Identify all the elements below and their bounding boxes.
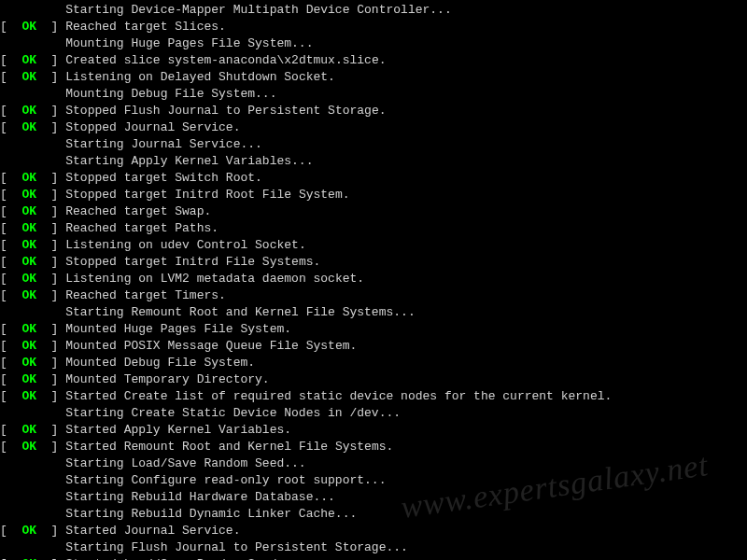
boot-line: Starting Load/Save Random Seed... <box>0 455 747 472</box>
boot-message: Started Journal Service. <box>65 523 240 539</box>
status-ok: OK <box>21 371 36 388</box>
boot-message: Starting Rebuild Hardware Database... <box>65 489 335 506</box>
boot-message: Reached target Slices. <box>65 19 226 35</box>
bracket-close: ] <box>36 187 65 203</box>
status-ok: OK <box>21 69 36 86</box>
status-ok: OK <box>21 103 36 119</box>
boot-message: Stopped target Initrd Root File System. <box>65 187 349 203</box>
status-ok: OK <box>21 237 36 254</box>
bracket-open: [ <box>0 271 21 287</box>
bracket-close: ] <box>36 556 65 560</box>
boot-line: [ OK ] Mounted Temporary Directory. <box>0 371 747 388</box>
bracket-close: ] <box>36 19 65 35</box>
boot-line: Starting Rebuild Dynamic Linker Cache... <box>0 506 747 523</box>
boot-message: Listening on udev Control Socket. <box>65 237 305 254</box>
status-ok: OK <box>21 187 36 203</box>
boot-message: Listening on LVM2 metadata daemon socket… <box>65 271 364 287</box>
boot-message: Starting Journal Service... <box>65 136 262 153</box>
bracket-close: ] <box>36 355 65 371</box>
indent <box>0 506 65 523</box>
bracket-open: [ <box>0 52 21 69</box>
indent <box>0 455 65 472</box>
boot-line: [ OK ] Reached target Paths. <box>0 220 747 237</box>
boot-line: [ OK ] Stopped Journal Service. <box>0 119 747 136</box>
bracket-open: [ <box>0 523 21 539</box>
boot-line: Starting Apply Kernel Variables... <box>0 153 747 170</box>
bracket-close: ] <box>36 422 65 439</box>
bracket-close: ] <box>36 119 65 136</box>
boot-line: [ OK ] Started Remount Root and Kernel F… <box>0 439 747 455</box>
boot-line: [ OK ] Listening on udev Control Socket. <box>0 237 747 254</box>
status-ok: OK <box>21 203 36 220</box>
indent <box>0 86 65 103</box>
boot-line: [ OK ] Stopped target Initrd Root File S… <box>0 187 747 203</box>
bracket-open: [ <box>0 355 21 371</box>
boot-line: Mounting Debug File System... <box>0 86 747 103</box>
boot-message: Starting Load/Save Random Seed... <box>65 455 305 472</box>
bracket-close: ] <box>36 271 65 287</box>
status-ok: OK <box>21 422 36 439</box>
bracket-close: ] <box>36 321 65 338</box>
bracket-open: [ <box>0 338 21 355</box>
indent <box>0 136 65 153</box>
bracket-close: ] <box>36 103 65 119</box>
indent <box>0 153 65 170</box>
boot-message: Stopped target Switch Root. <box>65 170 262 187</box>
boot-line: [ OK ] Listening on LVM2 metadata daemon… <box>0 271 747 287</box>
bracket-open: [ <box>0 422 21 439</box>
bracket-open: [ <box>0 388 21 405</box>
boot-message: Starting Device-Mapper Multipath Device … <box>65 2 451 19</box>
boot-line: [ OK ] Reached target Slices. <box>0 19 747 35</box>
bracket-open: [ <box>0 220 21 237</box>
bracket-open: [ <box>0 237 21 254</box>
boot-line: [ OK ] Started Create list of required s… <box>0 388 747 405</box>
status-ok: OK <box>21 439 36 455</box>
bracket-close: ] <box>36 439 65 455</box>
bracket-close: ] <box>36 69 65 86</box>
bracket-close: ] <box>36 371 65 388</box>
status-ok: OK <box>21 170 36 187</box>
boot-message: Started Apply Kernel Variables. <box>65 422 291 439</box>
boot-line: Starting Flush Journal to Persistent Sto… <box>0 539 747 556</box>
boot-message: Reached target Timers. <box>65 287 226 304</box>
bracket-open: [ <box>0 556 21 560</box>
indent <box>0 489 65 506</box>
bracket-open: [ <box>0 254 21 271</box>
bracket-close: ] <box>36 220 65 237</box>
bracket-close: ] <box>36 237 65 254</box>
bracket-open: [ <box>0 19 21 35</box>
bracket-close: ] <box>36 254 65 271</box>
boot-message: Starting Apply Kernel Variables... <box>65 153 313 170</box>
status-ok: OK <box>21 52 36 69</box>
indent <box>0 35 65 52</box>
bracket-open: [ <box>0 371 21 388</box>
boot-line: Starting Device-Mapper Multipath Device … <box>0 2 747 19</box>
bracket-open: [ <box>0 287 21 304</box>
status-ok: OK <box>21 287 36 304</box>
bracket-open: [ <box>0 170 21 187</box>
bracket-open: [ <box>0 203 21 220</box>
status-ok: OK <box>21 523 36 539</box>
boot-line: Mounting Huge Pages File System... <box>0 35 747 52</box>
bracket-open: [ <box>0 103 21 119</box>
boot-message: Mounted POSIX Message Queue File System. <box>65 338 357 355</box>
boot-message: Starting Rebuild Dynamic Linker Cache... <box>65 506 357 523</box>
boot-line: [ OK ] Mounted Debug File System. <box>0 355 747 371</box>
boot-line: Starting Remount Root and Kernel File Sy… <box>0 304 747 321</box>
boot-message: Mounted Huge Pages File System. <box>65 321 291 338</box>
status-ok: OK <box>21 254 36 271</box>
boot-message: Reached target Paths. <box>65 220 218 237</box>
boot-message: Stopped Flush Journal to Persistent Stor… <box>65 103 386 119</box>
bracket-close: ] <box>36 388 65 405</box>
indent <box>0 304 65 321</box>
boot-line: [ OK ] Started Journal Service. <box>0 523 747 539</box>
bracket-close: ] <box>36 523 65 539</box>
boot-line: [ OK ] Started Load/Save Random Seed. <box>0 556 747 560</box>
boot-message: Starting Flush Journal to Persistent Sto… <box>65 539 408 556</box>
boot-message: Started Remount Root and Kernel File Sys… <box>65 439 393 455</box>
indent <box>0 539 65 556</box>
boot-line: [ OK ] Mounted POSIX Message Queue File … <box>0 338 747 355</box>
bracket-open: [ <box>0 321 21 338</box>
bracket-close: ] <box>36 52 65 69</box>
boot-message: Listening on Delayed Shutdown Socket. <box>65 69 335 86</box>
